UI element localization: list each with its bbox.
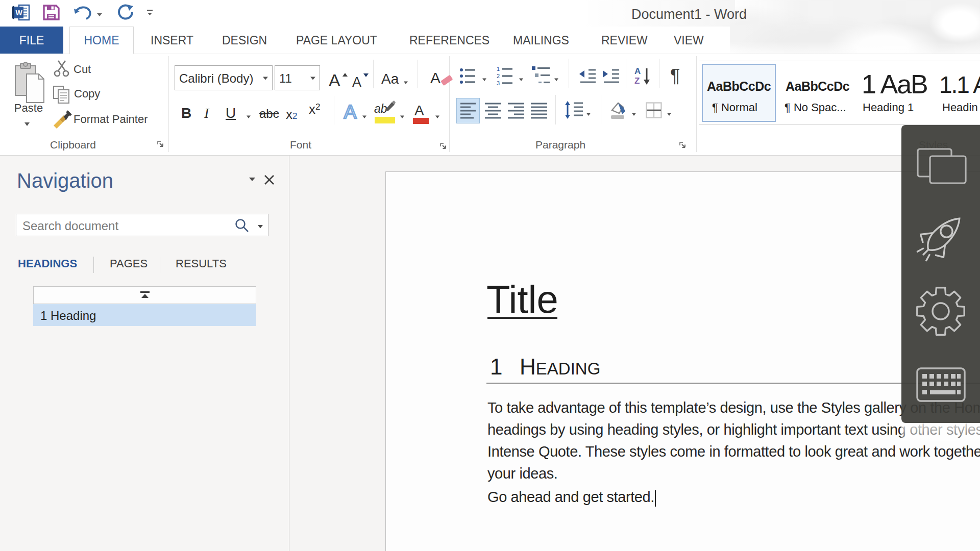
svg-text:3: 3 bbox=[497, 80, 500, 86]
svg-text:A: A bbox=[344, 103, 357, 120]
svg-text:W: W bbox=[15, 9, 22, 17]
svg-text:A: A bbox=[634, 66, 641, 76]
svg-text:2: 2 bbox=[497, 73, 500, 79]
svg-text:Z: Z bbox=[634, 76, 640, 86]
svg-text:1: 1 bbox=[497, 66, 500, 72]
